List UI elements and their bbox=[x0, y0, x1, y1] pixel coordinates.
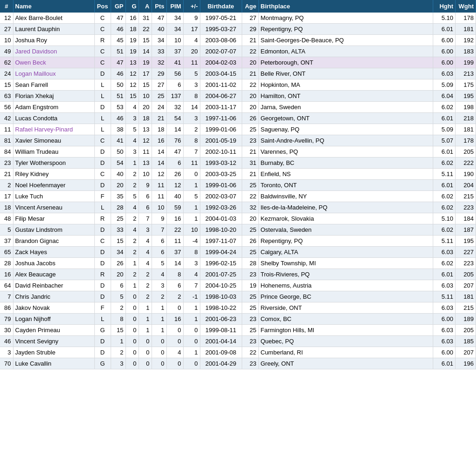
table-row: 63 Florian Xhekaj L 51 15 10 25 137 8 20… bbox=[0, 91, 476, 102]
player-pim: 47 bbox=[166, 146, 183, 157]
player-pm: 1 bbox=[183, 302, 200, 314]
player-hght: 5.11 bbox=[433, 169, 456, 180]
player-pts: 32 bbox=[152, 57, 166, 68]
player-num: 7 bbox=[0, 291, 13, 302]
player-hght: 5.09 bbox=[433, 79, 456, 91]
player-name-cell: David Reinbacher bbox=[13, 280, 94, 291]
player-birthplace: Toronto, ONT bbox=[258, 180, 433, 191]
player-pts: 11 bbox=[152, 180, 166, 191]
player-age: 20 bbox=[242, 213, 258, 224]
player-age: 23 bbox=[242, 314, 258, 325]
table-row: 5 Gustav Lindstrom D 33 4 3 7 22 10 1998… bbox=[0, 224, 476, 236]
player-pts: 9 bbox=[152, 213, 166, 224]
player-name-link[interactable]: Owen Beck bbox=[15, 59, 46, 66]
player-age: 23 bbox=[242, 358, 258, 369]
player-name: Xavier Simoneau bbox=[15, 137, 61, 144]
player-wght: 199 bbox=[456, 57, 476, 68]
player-g: 19 bbox=[126, 35, 139, 46]
player-a: 4 bbox=[139, 236, 152, 247]
player-wght: 184 bbox=[456, 213, 476, 224]
player-g: 1 bbox=[126, 258, 139, 269]
player-hght: 6.00 bbox=[433, 57, 456, 68]
player-pim: 37 bbox=[166, 46, 183, 57]
table-row: 70 Luke Cavallin G 3 0 0 0 0 0 2001-04-2… bbox=[0, 358, 476, 369]
player-birthdate: 1999-04-24 bbox=[200, 247, 242, 258]
player-wght: 196 bbox=[456, 358, 476, 369]
player-birthplace: Trois-Rivieres, PQ bbox=[258, 269, 433, 280]
player-hght: 6.01 bbox=[433, 146, 456, 157]
table-row: 84 William Trudeau D 50 3 11 14 47 7 200… bbox=[0, 146, 476, 157]
player-name: Adam Engstrom bbox=[15, 104, 59, 111]
player-pm: 14 bbox=[183, 102, 200, 113]
table-row: 64 David Reinbacher D 6 1 2 3 6 7 2004-1… bbox=[0, 280, 476, 291]
player-name-cell: Chris Jandric bbox=[13, 291, 94, 302]
player-name: Filip Mesar bbox=[15, 215, 45, 222]
player-num: 56 bbox=[0, 102, 13, 113]
player-name: Luke Tuch bbox=[15, 193, 43, 200]
player-g: 5 bbox=[126, 124, 139, 135]
player-pos: F bbox=[94, 302, 111, 314]
player-hght: 5.09 bbox=[433, 124, 456, 135]
player-g: 2 bbox=[126, 213, 139, 224]
player-g: 12 bbox=[126, 79, 139, 91]
player-a: 0 bbox=[139, 347, 152, 358]
player-pim: 0 bbox=[166, 302, 183, 314]
player-pts: 5 bbox=[152, 258, 166, 269]
player-wght: 223 bbox=[456, 202, 476, 213]
player-pim: 40 bbox=[166, 191, 183, 202]
player-birthdate: 1997-05-21 bbox=[200, 13, 242, 24]
player-num: 79 bbox=[0, 314, 13, 325]
player-pm: 0 bbox=[183, 358, 200, 369]
player-name-link[interactable]: Logan Mailloux bbox=[15, 70, 56, 77]
player-hght: 6.03 bbox=[433, 68, 456, 79]
player-a: 1 bbox=[139, 314, 152, 325]
player-g: 0 bbox=[126, 325, 139, 336]
player-name: Zack Hayes bbox=[15, 249, 47, 256]
player-wght: 175 bbox=[456, 79, 476, 91]
player-name-link[interactable]: Jared Davidson bbox=[15, 48, 57, 55]
player-pts: 40 bbox=[152, 24, 166, 35]
player-birthdate: 1999-01-06 bbox=[200, 124, 242, 135]
player-g: 5 bbox=[126, 191, 139, 202]
player-birthplace: Saint-Andre-Avellin, PQ bbox=[258, 135, 433, 146]
player-pim: 0 bbox=[166, 358, 183, 369]
player-name: Jakov Novak bbox=[15, 304, 50, 311]
player-g: 2 bbox=[126, 169, 139, 180]
player-name-cell: Noel Hoefenmayer bbox=[13, 180, 94, 191]
player-name-link[interactable]: Rafael Harvey-Pinard bbox=[15, 126, 73, 133]
table-row: 62 Owen Beck C 47 13 19 32 41 11 2004-02… bbox=[0, 57, 476, 68]
player-a: 2 bbox=[139, 269, 152, 280]
player-name-cell: Logan Nijhoff bbox=[13, 314, 94, 325]
player-g: 16 bbox=[126, 13, 139, 24]
player-num: 48 bbox=[0, 213, 13, 224]
player-num: 30 bbox=[0, 325, 13, 336]
player-pim: 54 bbox=[166, 113, 183, 124]
player-birthplace: Ostervala, Sweden bbox=[258, 224, 433, 236]
player-birthplace: Greely, ONT bbox=[258, 358, 433, 369]
player-pts: 24 bbox=[152, 102, 166, 113]
player-a: 10 bbox=[139, 169, 152, 180]
player-name: Tyler Wotherspoon bbox=[15, 159, 66, 166]
player-hght: 6.02 bbox=[433, 157, 456, 169]
player-g: 0 bbox=[126, 347, 139, 358]
player-name-cell: Jakov Novak bbox=[13, 302, 94, 314]
player-pm: 8 bbox=[183, 91, 200, 102]
player-age: 20 bbox=[242, 57, 258, 68]
player-g: 4 bbox=[126, 102, 139, 113]
player-pim: 34 bbox=[166, 24, 183, 35]
player-pim: 32 bbox=[166, 102, 183, 113]
player-pts: 18 bbox=[152, 124, 166, 135]
player-gp: 45 bbox=[111, 35, 126, 46]
table-row: 79 Logan Nijhoff L 8 0 1 1 16 1 2001-06-… bbox=[0, 314, 476, 325]
player-pim: 16 bbox=[166, 213, 183, 224]
player-name-cell: Jared Davidson bbox=[13, 46, 94, 57]
player-birthdate: 1995-03-27 bbox=[200, 24, 242, 35]
player-pm: 2 bbox=[183, 124, 200, 135]
player-pim: 0 bbox=[166, 336, 183, 347]
player-num: 62 bbox=[0, 57, 13, 68]
player-num: 46 bbox=[0, 336, 13, 347]
player-hght: 6.00 bbox=[433, 46, 456, 57]
player-gp: 33 bbox=[111, 224, 126, 236]
player-pm: 3 bbox=[183, 258, 200, 269]
player-name: Florian Xhekaj bbox=[15, 92, 54, 99]
